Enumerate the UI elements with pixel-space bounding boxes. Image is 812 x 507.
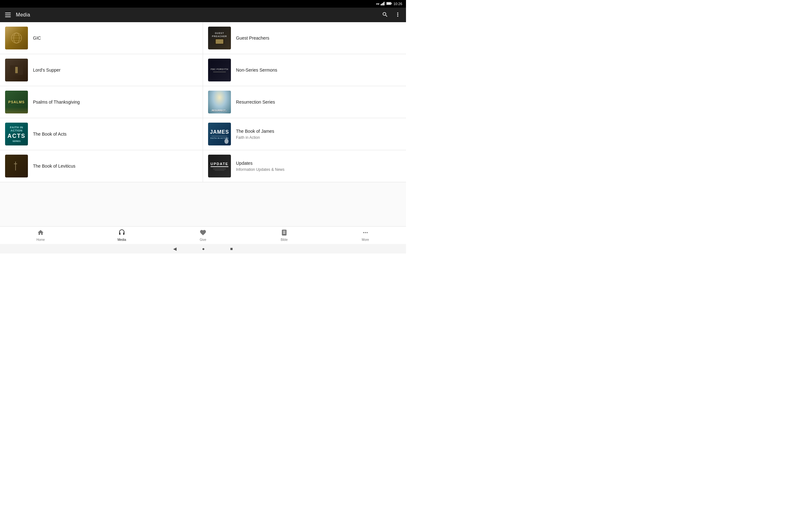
nav-item-give[interactable]: Give (162, 227, 244, 243)
media-list: GIC GUESTPREACHER Guest Preachers (0, 22, 406, 182)
list-item[interactable]: PSALMS Psalms of Thanksgiving (0, 86, 203, 118)
svg-rect-4 (385, 2, 385, 5)
nav-item-media[interactable]: Media (81, 227, 162, 243)
nav-label-give: Give (200, 238, 206, 241)
list-item[interactable]: FAITH IN ACTION ACTS SERIES The Book of … (0, 118, 203, 150)
nav-label-media: Media (117, 238, 126, 241)
media-text: Resurrection Series (236, 99, 401, 105)
back-button[interactable]: ◀ (173, 246, 177, 251)
app-bar-left: Media (5, 12, 30, 18)
battery-icon (386, 2, 392, 6)
list-item[interactable]: FBC FORSYTH Non-Series Sermons (203, 54, 406, 86)
media-item-title: The Book of Leviticus (33, 163, 198, 169)
list-item[interactable]: The Book of Leviticus (0, 150, 203, 182)
svg-rect-3 (384, 2, 385, 5)
media-item-title: Non-Series Sermons (236, 67, 401, 73)
media-thumbnail (5, 155, 28, 177)
status-bar: ▾▾ 10:26 (0, 0, 406, 8)
svg-rect-6 (387, 3, 391, 4)
svg-rect-7 (392, 3, 392, 4)
media-item-title: Psalms of Thanksgiving (33, 99, 198, 105)
svg-rect-0 (380, 4, 382, 5)
bible-icon (281, 229, 288, 237)
media-text: Lord's Supper (33, 67, 198, 73)
signal-icon (380, 2, 385, 6)
media-text: The Book of James Faith in Action (236, 128, 401, 139)
svg-point-13 (224, 139, 229, 144)
media-item-title: GIC (33, 35, 198, 41)
media-text: The Book of Acts (33, 131, 198, 137)
media-thumbnail: PSALMS (5, 91, 28, 113)
media-text: The Book of Leviticus (33, 163, 198, 169)
svg-rect-15 (15, 162, 16, 170)
app-bar-right (382, 11, 401, 19)
media-text: Psalms of Thanksgiving (33, 99, 198, 105)
list-item[interactable]: RESURRECT... Resurrection Series (203, 86, 406, 118)
system-nav-bar: ◀ ● ■ (0, 244, 406, 253)
media-thumbnail: FBC FORSYTH (208, 59, 231, 81)
list-item[interactable]: UPDATE Updates Information Updates & New… (203, 150, 406, 182)
nav-label-more: More (362, 238, 369, 241)
media-thumbnail: UPDATE (208, 155, 231, 177)
media-text: Non-Series Sermons (236, 67, 401, 73)
media-item-title: Guest Preachers (236, 35, 401, 41)
hamburger-menu-button[interactable] (5, 13, 11, 17)
media-thumbnail (5, 59, 28, 81)
list-item[interactable]: JAMES FAITH IN ACTION The Book of James … (203, 118, 406, 150)
bottom-nav: Home Media Give Bible Mo (0, 226, 406, 244)
list-item[interactable]: Lord's Supper (0, 54, 203, 86)
nav-item-more[interactable]: More (325, 227, 406, 243)
recents-button[interactable]: ■ (230, 246, 233, 251)
app-bar: Media (0, 8, 406, 22)
search-button[interactable] (382, 11, 388, 19)
media-text: GIC (33, 35, 198, 41)
status-time: 10:26 (393, 2, 402, 6)
svg-rect-1 (382, 3, 383, 5)
media-thumbnail: RESURRECT... (208, 91, 231, 113)
media-item-title: Resurrection Series (236, 99, 401, 105)
nav-item-bible[interactable]: Bible (244, 227, 325, 243)
media-icon (118, 229, 125, 237)
media-thumbnail: GUESTPREACHER (208, 26, 231, 49)
media-item-subtitle: Information Updates & News (236, 167, 401, 172)
wifi-icon: ▾▾ (376, 2, 379, 6)
svg-rect-16 (14, 164, 17, 164)
media-text: Guest Preachers (236, 35, 401, 41)
nav-label-home: Home (37, 238, 45, 241)
more-icon (362, 229, 369, 237)
media-text: Updates Information Updates & News (236, 160, 401, 171)
media-thumbnail (5, 26, 28, 49)
nav-label-bible: Bible (281, 238, 288, 241)
media-item-subtitle: Faith in Action (236, 135, 401, 140)
media-item-title: Updates (236, 160, 401, 166)
app-title: Media (16, 12, 30, 18)
list-item[interactable]: GUESTPREACHER Guest Preachers (203, 22, 406, 54)
home-icon (37, 229, 44, 237)
nav-item-home[interactable]: Home (0, 227, 81, 243)
media-thumbnail: JAMES FAITH IN ACTION (208, 123, 231, 146)
media-item-title: The Book of Acts (33, 131, 198, 137)
media-thumbnail: FAITH IN ACTION ACTS SERIES (5, 123, 28, 146)
media-item-title: Lord's Supper (33, 67, 198, 73)
home-button[interactable]: ● (202, 246, 205, 251)
svg-rect-2 (383, 3, 384, 5)
status-icons: ▾▾ 10:26 (376, 2, 402, 6)
list-item[interactable]: GIC (0, 22, 203, 54)
content-area: GIC GUESTPREACHER Guest Preachers (0, 22, 406, 226)
give-icon (200, 229, 206, 237)
media-item-title: The Book of James (236, 128, 401, 134)
more-options-button[interactable] (395, 11, 401, 19)
